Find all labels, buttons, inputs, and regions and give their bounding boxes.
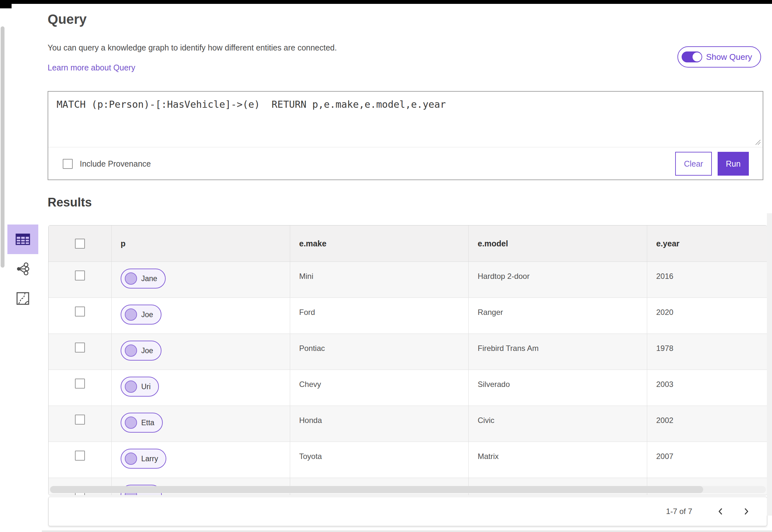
show-query-label: Show Query [706,52,752,62]
column-header-p[interactable]: p [111,225,290,261]
entity-node-icon [125,308,137,321]
row-checkbox[interactable] [75,451,85,461]
entity-name: Jane [141,274,157,283]
row-checkbox[interactable] [75,271,85,280]
results-view-rail [7,225,38,313]
horizontal-scrollbar-thumb[interactable] [50,486,703,493]
cell-model: Hardtop 2-door [469,262,647,281]
cell-make: Toyota [290,442,468,461]
link-chart-view-button[interactable] [7,254,38,284]
entity-node-icon [125,453,137,465]
entity-name: Etta [141,418,154,427]
row-checkbox[interactable] [75,307,85,316]
entity-name: Larry [141,454,158,463]
map-icon [16,292,29,305]
vertical-scrollbar[interactable] [767,213,772,516]
cell-year: 2007 [647,442,767,461]
entity-node-icon [125,272,137,285]
table-row: Uri Chevy Silverado 2003 [49,370,767,406]
column-header-model[interactable]: e.model [468,225,647,261]
select-all-checkbox[interactable] [75,239,85,249]
cell-make: Mini [290,262,468,281]
query-textarea-wrap: MATCH (p:Person)-[:HasVehicle]->(e) RETU… [48,92,763,147]
cell-model: Matrix [469,442,647,461]
page-description: You can query a knowledge graph to ident… [48,43,337,52]
cell-make: Pontiac [290,334,468,353]
row-checkbox[interactable] [75,343,85,353]
table-header-row: p e.make e.model e.year [49,225,767,262]
entity-name: Joe [141,310,153,319]
entity-node-icon [125,381,137,393]
row-checkbox[interactable] [75,379,85,389]
table-row: Etta Honda Civic 2002 [49,406,767,442]
map-view-button[interactable] [7,284,38,313]
window-top-edge [0,0,772,4]
run-button[interactable]: Run [718,152,749,176]
include-provenance-checkbox[interactable] [63,159,73,169]
cell-year: 2016 [647,262,767,281]
entity-pill[interactable]: Joe [121,341,161,361]
cell-model: Silverado [469,370,647,389]
table-row: Larry Toyota Matrix 2007 [49,442,767,478]
page-title: Query [48,12,87,27]
query-input[interactable]: MATCH (p:Person)-[:HasVehicle]->(e) RETU… [48,92,763,147]
entity-pill[interactable]: Uri [121,377,159,397]
include-provenance-label: Include Provenance [80,159,151,169]
toggle-on-icon[interactable] [682,51,702,62]
previous-page-button[interactable] [713,504,728,518]
show-query-toggle[interactable]: Show Query [677,46,761,68]
results-title: Results [48,196,92,209]
entity-name: Joe [141,346,153,355]
entity-pill[interactable]: Larry [121,449,166,469]
query-page: Query You can query a knowledge graph to… [0,0,772,532]
link-chart-icon [16,262,30,276]
results-table: p e.make e.model e.year Jane Mini Hardto… [48,225,767,495]
table-icon [15,233,30,246]
next-page-button[interactable] [739,504,753,518]
table-row: Jane Mini Hardtop 2-door 2016 [49,262,767,298]
chevron-right-icon [741,507,751,516]
toggle-knob [693,52,702,61]
table-row: Joe Ford Ranger 2020 [49,298,767,334]
cell-year: 2003 [647,370,767,389]
cell-model: Ranger [469,298,647,317]
cell-year: 2002 [647,406,767,425]
entity-name: Uri [141,382,151,391]
cell-year: 2020 [647,298,767,317]
cell-make: Honda [290,406,468,425]
cell-model: Firebird Trans Am [469,334,647,353]
entity-node-icon [125,344,137,357]
row-checkbox[interactable] [75,415,85,425]
pagination-bar: 1-7 of 7 [48,497,767,526]
resize-grip-icon[interactable] [754,138,761,145]
column-header-make[interactable]: e.make [290,225,468,261]
cell-make: Chevy [290,370,468,389]
cell-model: Civic [469,406,647,425]
cell-year: 1978 [647,334,767,353]
query-editor-box: MATCH (p:Person)-[:HasVehicle]->(e) RETU… [48,91,763,180]
entity-pill[interactable]: Jane [121,269,166,289]
chevron-left-icon [716,507,725,516]
entity-pill[interactable]: Joe [121,305,161,325]
entity-pill[interactable]: Etta [121,413,163,433]
query-editor-footer: Include Provenance Clear Run [48,147,763,180]
vertical-scrollbar-thumb[interactable] [1,26,5,268]
clear-button[interactable]: Clear [675,152,712,176]
column-header-year[interactable]: e.year [647,225,767,261]
cell-make: Ford [290,298,468,317]
entity-node-icon [125,417,137,429]
table-view-button[interactable] [7,225,38,254]
window-bottom-edge [42,530,772,532]
learn-more-link[interactable]: Learn more about Query [48,63,135,72]
table-row: Joe Pontiac Firebird Trans Am 1978 [49,334,767,370]
horizontal-scrollbar[interactable] [50,486,766,493]
window-top-left-corner [0,0,12,8]
pagination-range: 1-7 of 7 [666,507,692,516]
